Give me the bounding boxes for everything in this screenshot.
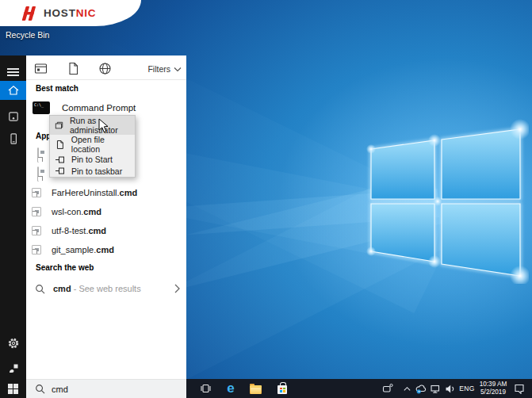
run-as-administrator-icon — [55, 121, 63, 131]
hostnic-logo-icon — [21, 6, 38, 21]
windows-start-icon — [8, 384, 18, 394]
edge-browser-button[interactable]: e — [224, 382, 237, 395]
hostnic-logo-text: HOSTNIC — [44, 7, 96, 19]
filters-label: Filters — [147, 64, 170, 74]
search-panel-rail — [0, 55, 26, 398]
date: 5/2/2019 — [477, 388, 510, 396]
notebook-icon — [7, 110, 20, 123]
home-tab[interactable] — [0, 81, 26, 100]
file-result-item[interactable]: FarHereUninstall.cmd — [26, 186, 186, 199]
open-file-location-icon — [55, 140, 65, 150]
home-icon — [7, 84, 20, 97]
search-results-panel: Filters Best match C:\_ Command Prompt A… — [26, 55, 186, 379]
clock[interactable]: 10:39 AM 5/2/2019 — [477, 381, 510, 396]
tray-app-button[interactable] — [381, 382, 394, 395]
show-hidden-icons-button[interactable] — [400, 382, 413, 395]
task-view-icon — [200, 383, 212, 394]
best-match-header: Best match — [36, 84, 78, 93]
settings-button[interactable] — [0, 333, 26, 354]
hamburger-icon — [7, 66, 19, 78]
menu-item-pin-to-start[interactable]: Pin to Start — [50, 154, 135, 166]
documents-filter-icon[interactable] — [67, 62, 80, 75]
pin-icon — [55, 166, 65, 176]
chevron-down-icon — [174, 67, 182, 72]
app-result-item[interactable] — [32, 167, 43, 178]
volume-tray-button[interactable] — [443, 382, 456, 395]
file-result-item[interactable]: git_sample.cmd — [26, 243, 186, 256]
file-result-item[interactable]: utf-8-test.cmd — [26, 224, 186, 237]
microsoft-store-button[interactable] — [276, 382, 289, 395]
folder-icon — [250, 385, 262, 394]
recycle-bin-label[interactable]: Recycle Bin — [6, 30, 49, 40]
cmd-file-icon — [32, 245, 41, 254]
action-center-icon — [514, 383, 525, 394]
menu-item-run-as-administrator[interactable]: Run as administrator — [50, 116, 135, 135]
chevron-right-icon — [174, 283, 181, 294]
cmd-file-icon — [32, 226, 41, 235]
app-file-icon — [37, 147, 39, 163]
task-view-button[interactable] — [199, 382, 212, 395]
devices-tab[interactable] — [0, 128, 26, 149]
app-file-icon — [37, 166, 39, 182]
edge-icon: e — [227, 382, 234, 395]
command-prompt-icon: C:\_ — [33, 101, 50, 114]
cmd-file-icon — [32, 207, 41, 216]
onedrive-tray-button[interactable] — [415, 382, 427, 395]
app-result-item[interactable] — [32, 148, 43, 159]
search-icon — [35, 384, 45, 394]
taskbar: e — [186, 379, 532, 398]
file-explorer-button[interactable] — [249, 382, 262, 395]
network-icon — [430, 384, 441, 394]
menu-item-open-file-location[interactable]: Open file location — [50, 135, 135, 154]
search-input[interactable] — [52, 385, 170, 394]
search-the-web-header: Search the web — [36, 263, 94, 272]
network-tray-button[interactable] — [429, 382, 442, 395]
web-search-result[interactable]: cmd - See web results — [26, 281, 186, 297]
cloud-sync-icon — [415, 384, 427, 394]
menu-hamburger-button[interactable] — [0, 62, 26, 82]
time: 10:39 AM — [477, 381, 510, 388]
best-match-title: Command Prompt — [62, 103, 136, 113]
speaker-icon — [445, 384, 455, 394]
feedback-button[interactable] — [0, 358, 26, 379]
pin-icon — [55, 155, 65, 165]
filters-dropdown[interactable]: Filters — [147, 64, 182, 74]
apps-filter-icon[interactable] — [34, 62, 48, 75]
notebook-tab[interactable] — [0, 106, 26, 127]
tray-app-icon — [382, 383, 393, 394]
cmd-file-icon — [32, 188, 41, 197]
mouse-cursor — [98, 118, 109, 134]
file-result-item[interactable]: wsl-con.cmd — [26, 205, 186, 218]
taskbar-search-box[interactable] — [26, 379, 186, 398]
desktop: Recycle Bin HOSTNIC — [0, 0, 532, 398]
start-button[interactable] — [0, 379, 26, 398]
feedback-icon — [7, 362, 20, 375]
windows-logo-wallpaper — [361, 117, 529, 284]
device-icon — [7, 132, 20, 145]
command-prompt-context-menu: Run as administrator Open file location … — [49, 115, 136, 178]
language-indicator[interactable]: ENG — [456, 379, 478, 398]
chevron-up-icon — [403, 385, 411, 393]
search-icon — [35, 284, 45, 294]
action-center-button[interactable] — [513, 382, 526, 395]
header-divider — [26, 79, 186, 80]
gear-icon — [7, 337, 20, 350]
store-bag-icon — [277, 385, 287, 394]
web-filter-icon[interactable] — [98, 62, 112, 75]
microsoft-flag-icon — [280, 388, 285, 392]
menu-item-pin-to-taskbar[interactable]: Pin to taskbar — [50, 166, 135, 178]
